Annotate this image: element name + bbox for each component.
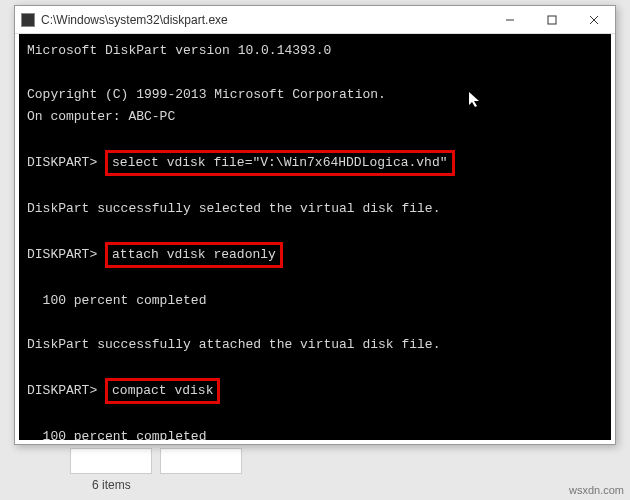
command-highlight: compact vdisk	[105, 378, 220, 404]
prompt: DISKPART>	[27, 247, 97, 262]
command-highlight: select vdisk file="V:\Win7x64HDDLogica.v…	[105, 150, 454, 176]
explorer-status: 6 items	[92, 478, 131, 492]
command-highlight: attach vdisk readonly	[105, 242, 283, 268]
copyright-line: Copyright (C) 1999-2013 Microsoft Corpor…	[27, 87, 386, 102]
window-title: C:\Windows\system32\diskpart.exe	[41, 13, 489, 27]
console-window: C:\Windows\system32\diskpart.exe Microso…	[14, 5, 616, 445]
maximize-button[interactable]	[531, 6, 573, 33]
close-icon	[589, 15, 599, 25]
version-line: Microsoft DiskPart version 10.0.14393.0	[27, 43, 331, 58]
minimize-button[interactable]	[489, 6, 531, 33]
command-2: attach vdisk readonly	[112, 247, 276, 262]
computer-line: On computer: ABC-PC	[27, 109, 175, 124]
app-icon	[21, 13, 35, 27]
close-button[interactable]	[573, 6, 615, 33]
prompt: DISKPART>	[27, 155, 97, 170]
explorer-thumb	[70, 448, 152, 474]
explorer-thumb	[160, 448, 242, 474]
result-1: DiskPart successfully selected the virtu…	[27, 201, 440, 216]
maximize-icon	[547, 15, 557, 25]
result-2: 100 percent completed	[27, 293, 206, 308]
result-2b: DiskPart successfully attached the virtu…	[27, 337, 440, 352]
console-output[interactable]: Microsoft DiskPart version 10.0.14393.0 …	[19, 34, 611, 440]
command-1: select vdisk file="V:\Win7x64HDDLogica.v…	[112, 155, 447, 170]
prompt: DISKPART>	[27, 383, 97, 398]
titlebar[interactable]: C:\Windows\system32\diskpart.exe	[15, 6, 615, 34]
minimize-icon	[505, 15, 515, 25]
window-controls	[489, 6, 615, 33]
watermark: wsxdn.com	[569, 484, 624, 496]
command-3: compact vdisk	[112, 383, 213, 398]
svg-rect-1	[548, 16, 556, 24]
mouse-cursor-icon	[452, 70, 481, 115]
result-3: 100 percent completed	[27, 429, 206, 440]
